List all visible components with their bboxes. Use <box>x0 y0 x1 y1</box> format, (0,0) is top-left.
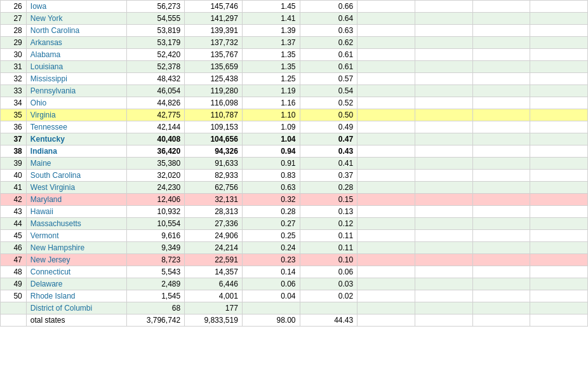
state-name[interactable]: Kentucky <box>26 133 127 145</box>
state-name[interactable]: District of Columbi <box>26 302 127 314</box>
data-cell-2: 94,326 <box>185 145 243 158</box>
data-cell-3: 1.25 <box>242 73 300 85</box>
state-link[interactable]: North Carolina <box>30 26 79 35</box>
state-link[interactable]: New Jersey <box>30 255 70 264</box>
data-cell-1: 52,378 <box>127 61 185 73</box>
data-cell-3: 0.25 <box>242 230 300 242</box>
table-row: 40South Carolina32,02082,9330.830.37 <box>1 170 588 182</box>
state-link[interactable]: Arkansas <box>30 38 62 47</box>
empty-cell <box>357 218 415 230</box>
state-link[interactable]: Tennessee <box>30 123 67 132</box>
empty-cell <box>530 49 588 61</box>
state-name[interactable]: Vermont <box>26 230 127 242</box>
empty-cell <box>415 121 472 133</box>
data-cell-3: 0.27 <box>242 218 300 230</box>
data-cell-2: 62,756 <box>185 182 243 194</box>
state-link[interactable]: Kentucky <box>30 135 65 144</box>
data-cell-4: 0.62 <box>300 37 357 49</box>
state-name[interactable]: Hawaii <box>26 206 127 218</box>
state-name[interactable]: Maryland <box>26 194 127 206</box>
empty-cell <box>530 13 588 25</box>
state-link[interactable]: Maryland <box>30 195 62 204</box>
data-cell-3: 0.14 <box>242 266 300 278</box>
data-cell-2: 91,633 <box>185 158 243 170</box>
state-link[interactable]: Iowa <box>30 2 46 11</box>
empty-cell <box>357 254 415 266</box>
state-link[interactable]: West Virginia <box>30 183 75 192</box>
data-cell-1: 53,179 <box>127 37 185 49</box>
state-name[interactable]: Virginia <box>26 109 127 121</box>
state-name[interactable]: Pennsylvania <box>26 85 127 97</box>
state-name[interactable]: Connecticut <box>26 266 127 278</box>
state-link[interactable]: Rhode Island <box>30 292 76 300</box>
row-number: 42 <box>1 194 27 206</box>
state-link[interactable]: New York <box>30 14 63 23</box>
empty-cell <box>530 145 588 158</box>
state-name[interactable]: Iowa <box>26 1 127 13</box>
table-row: District of Columbi68177 <box>1 302 588 314</box>
state-link[interactable]: New Hampshire <box>30 243 84 252</box>
empty-cell <box>357 121 415 133</box>
data-cell-2: 6,446 <box>185 278 243 290</box>
state-link[interactable]: South Carolina <box>30 171 81 180</box>
state-name[interactable]: Rhode Island <box>26 290 127 302</box>
state-name[interactable]: Tennessee <box>26 121 127 133</box>
state-link[interactable]: Virginia <box>30 111 56 119</box>
state-name[interactable]: New Hampshire <box>26 242 127 254</box>
state-name[interactable]: South Carolina <box>26 170 127 182</box>
state-name[interactable]: Indiana <box>26 145 127 158</box>
table-row: 42Maryland12,40632,1310.320.15 <box>1 194 588 206</box>
state-link[interactable]: Louisiana <box>30 62 63 71</box>
data-cell-2: 104,656 <box>185 133 243 145</box>
state-name[interactable]: New Jersey <box>26 254 127 266</box>
empty-cell <box>530 1 588 13</box>
state-link[interactable]: Connecticut <box>30 267 70 276</box>
empty-cell <box>472 49 530 61</box>
state-name[interactable]: Mississippi <box>26 73 127 85</box>
state-name[interactable]: Delaware <box>26 278 127 290</box>
empty-cell <box>357 25 415 37</box>
data-cell-4: 0.64 <box>300 13 357 25</box>
state-name[interactable]: New York <box>26 13 127 25</box>
data-cell-3: 1.09 <box>242 121 300 133</box>
state-link[interactable]: Hawaii <box>30 207 53 216</box>
state-link[interactable]: Alabama <box>30 50 60 59</box>
empty-cell <box>415 290 472 302</box>
table-row: 27New York54,555141,2971.410.64 <box>1 13 588 25</box>
state-link[interactable]: Delaware <box>30 280 63 288</box>
empty-cell <box>415 302 472 314</box>
data-cell-3: 0.94 <box>242 145 300 158</box>
data-cell-2: 116,098 <box>185 97 243 109</box>
row-number: 37 <box>1 133 27 145</box>
state-name[interactable]: Ohio <box>26 97 127 109</box>
data-cell-1: 48,432 <box>127 73 185 85</box>
data-cell-1: 1,545 <box>127 290 185 302</box>
empty-cell <box>472 37 530 49</box>
data-cell-4: 0.11 <box>300 230 357 242</box>
empty-cell <box>472 182 530 194</box>
state-link[interactable]: Pennsylvania <box>30 86 76 95</box>
empty-cell <box>472 242 530 254</box>
data-cell-4: 0.11 <box>300 242 357 254</box>
state-link[interactable]: Mississippi <box>30 74 67 83</box>
empty-cell <box>357 109 415 121</box>
state-link[interactable]: Maine <box>30 159 51 168</box>
empty-cell <box>415 49 472 61</box>
row-number: 45 <box>1 230 27 242</box>
state-link[interactable]: Vermont <box>30 231 59 240</box>
state-name[interactable]: West Virginia <box>26 182 127 194</box>
state-link[interactable]: Ohio <box>30 98 46 107</box>
state-name[interactable]: Alabama <box>26 49 127 61</box>
state-link[interactable]: Massachusetts <box>30 219 81 228</box>
state-name[interactable]: North Carolina <box>26 25 127 37</box>
empty-cell <box>415 266 472 278</box>
state-name[interactable]: Maine <box>26 158 127 170</box>
state-name[interactable]: Arkansas <box>26 37 127 49</box>
empty-cell <box>472 73 530 85</box>
row-number: 50 <box>1 290 27 302</box>
state-link[interactable]: Indiana <box>30 147 57 156</box>
state-name[interactable]: Louisiana <box>26 61 127 73</box>
state-link[interactable]: District of Columbi <box>30 304 92 313</box>
state-name[interactable]: Massachusetts <box>26 218 127 230</box>
row-number: 36 <box>1 121 27 133</box>
